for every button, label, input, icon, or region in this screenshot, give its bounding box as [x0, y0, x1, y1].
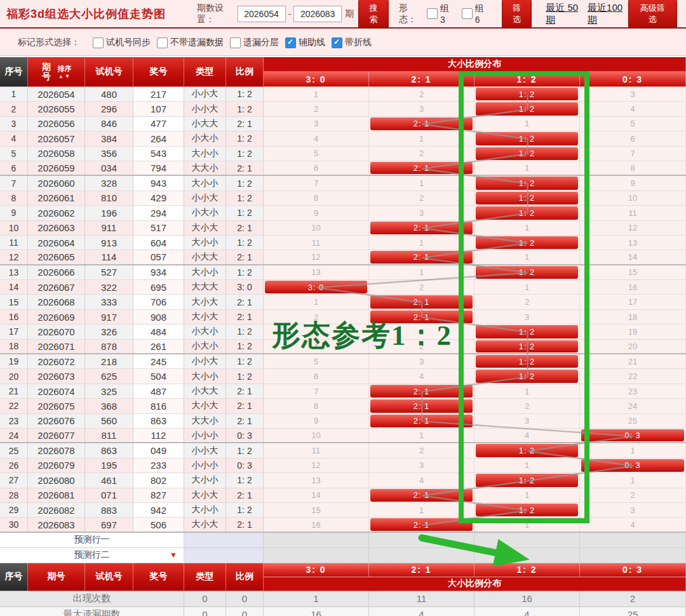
prediction-input-cell[interactable]	[184, 548, 264, 563]
cell-prize-number: 429	[133, 191, 184, 205]
cell-ratio: 1: 2	[226, 473, 264, 487]
miss-count: 23	[580, 384, 686, 398]
cell-seq: 29	[0, 503, 28, 517]
chart-cell: 1: 2	[474, 369, 580, 383]
mark-option: 带折线	[332, 37, 372, 48]
stats-value: 4	[474, 607, 580, 616]
cell-seq: 26	[0, 459, 28, 472]
cell-type: 大小大	[184, 221, 226, 235]
table-row: 102026063911517大小大2: 1102: 1112	[0, 221, 686, 236]
chart-cell: 1: 2	[474, 102, 580, 116]
cell-test-number: 034	[85, 161, 133, 175]
period-to-input[interactable]	[293, 6, 342, 22]
miss-count: 1	[474, 250, 580, 264]
cell-seq: 14	[0, 280, 28, 294]
miss-count: 12	[264, 250, 369, 264]
cell-ratio: 2: 1	[226, 488, 264, 502]
cell-period: 2026081	[28, 488, 85, 502]
group3-checkbox[interactable]	[427, 8, 438, 19]
cell-test-number: 114	[85, 250, 133, 264]
cell-period: 2026071	[28, 340, 85, 353]
miss-count: 4	[580, 102, 686, 116]
miss-count: 12	[580, 221, 686, 235]
prediction-row-label[interactable]: 预测行一	[0, 533, 184, 547]
mark-option-checkbox-2[interactable]	[230, 37, 241, 48]
chart-cell: 1: 2	[474, 176, 580, 190]
prediction-chart-cell	[580, 548, 686, 563]
cell-seq: 19	[0, 354, 28, 368]
chart-cell: 3: 0	[264, 280, 369, 294]
table-row: 112026064913604大小小1: 21111: 213	[0, 236, 686, 250]
stats-value: 0	[226, 591, 264, 606]
miss-count: 1	[369, 265, 474, 279]
cell-test-number: 883	[85, 503, 133, 517]
miss-count: 15	[580, 265, 686, 279]
cell-period: 2026067	[28, 280, 85, 294]
cell-prize-number: 049	[133, 443, 184, 457]
group6-label: 组6	[475, 3, 488, 25]
bottom-table-header: 序号期号试机号奖号类型比例3: 02: 11: 20: 3大小比例分布	[0, 563, 686, 591]
miss-count: 2	[264, 102, 369, 116]
sort-arrows-icon[interactable]: ▲▼	[58, 74, 71, 79]
ratio-bar: 2: 1	[370, 399, 473, 412]
stats-value: 25	[580, 607, 686, 616]
miss-count: 4	[264, 131, 369, 145]
cell-period: 2026076	[28, 414, 85, 428]
prediction-row-label[interactable]: 预测行二▼	[0, 548, 184, 563]
mark-option-checkbox-4[interactable]	[332, 37, 342, 48]
cell-period: 2026063	[28, 221, 85, 235]
ratio-column-header-0[interactable]: 3: 0	[264, 72, 369, 87]
mark-option-checkbox-1[interactable]	[157, 37, 168, 48]
recent50-link[interactable]: 最近 50期	[546, 2, 584, 26]
chart-cell: 1: 2	[474, 147, 580, 161]
advanced-filter-button[interactable]: 高级筛选	[628, 0, 677, 29]
sort-control[interactable]: 期号排序▲▼	[41, 62, 72, 81]
ratio-column-header-1[interactable]: 2: 1	[369, 72, 474, 87]
ratio-bar: 2: 1	[370, 311, 473, 323]
cell-prize-number: 233	[133, 459, 184, 472]
cell-period: 2026062	[28, 206, 85, 220]
miss-count: 13	[580, 236, 686, 250]
miss-count: 9	[264, 206, 369, 220]
cell-test-number: 461	[85, 473, 133, 487]
cell-prize-number: 264	[133, 131, 184, 145]
bottom-ratio-header-0: 3: 0	[264, 563, 369, 577]
chart-cell: 2: 1	[369, 295, 474, 309]
stats-value: 16	[474, 591, 580, 606]
chart-cell: 2: 1	[369, 488, 474, 502]
trend-table: 序号期号排序▲▼试机号奖号类型比例大小比例分布3: 02: 11: 20: 31…	[0, 57, 686, 616]
ratio-bar: 1: 2	[476, 504, 578, 516]
group6-checkbox[interactable]	[462, 8, 473, 19]
cell-test-number: 560	[85, 414, 133, 428]
cell-test-number: 917	[85, 310, 133, 324]
miss-count: 1	[580, 473, 686, 487]
cell-prize-number: 245	[133, 354, 184, 368]
cell-seq: 23	[0, 414, 28, 428]
recent100-link[interactable]: 最近100期	[588, 2, 628, 26]
table-row: 222026075368816大小大2: 182: 1224	[0, 399, 686, 413]
prediction-row: 预测行一	[0, 533, 686, 548]
mark-option-checkbox-3[interactable]	[285, 37, 296, 48]
prediction-input-cell[interactable]	[184, 533, 264, 547]
cell-period: 2026066	[28, 265, 85, 279]
cell-ratio: 3: 0	[226, 280, 264, 294]
chart-cell: 2: 1	[369, 161, 474, 175]
miss-count: 9	[264, 414, 369, 428]
ratio-bar: 2: 1	[370, 385, 473, 398]
filter-button[interactable]: 筛选	[502, 0, 532, 29]
cell-prize-number: 517	[133, 221, 184, 235]
period-from-input[interactable]	[238, 6, 286, 22]
cell-ratio: 0: 3	[226, 459, 264, 472]
search-button[interactable]: 搜索	[358, 0, 389, 29]
mark-option-checkbox-0[interactable]	[93, 37, 104, 48]
chart-cell: 1: 2	[474, 325, 580, 338]
cell-type: 小大大	[184, 250, 226, 264]
miss-count: 3	[580, 503, 686, 517]
ratio-column-header-2[interactable]: 1: 2	[474, 72, 580, 87]
table-header[interactable]: 序号期号排序▲▼试机号奖号类型比例大小比例分布3: 02: 11: 20: 3	[0, 57, 686, 87]
ratio-column-header-3[interactable]: 0: 3	[580, 72, 686, 87]
table-row: 42026057384264小大小1: 2411: 26	[0, 131, 686, 146]
cell-type: 大小大	[184, 518, 226, 531]
table-row: 132026066527934大小小1: 21311: 215	[0, 265, 686, 280]
cell-test-number: 356	[85, 147, 133, 161]
